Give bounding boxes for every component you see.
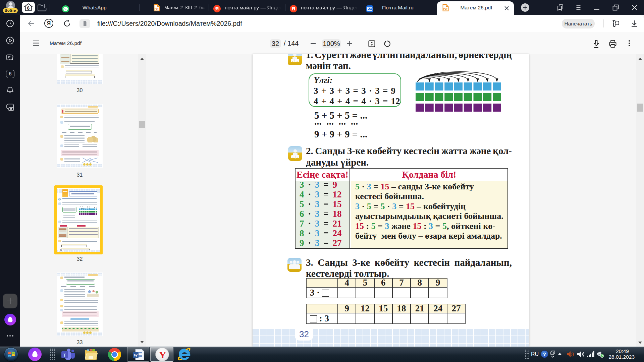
svg-text:6: 6 [27,5,30,11]
svg-text:PDF: PDF [155,8,159,10]
svg-text:W: W [133,353,138,358]
svg-text:T: T [63,353,66,358]
svg-text:PDF: PDF [443,8,448,10]
